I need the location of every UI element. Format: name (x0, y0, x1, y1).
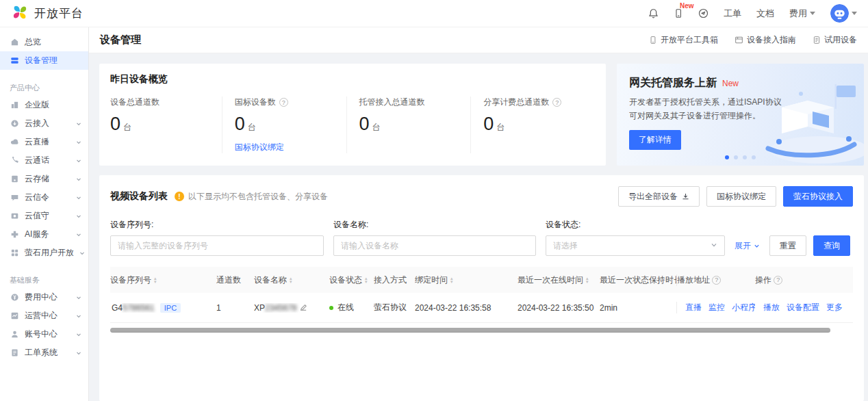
chevron-down-icon (76, 138, 81, 147)
sidebar-section-basic-services: 基础服务 (0, 272, 88, 288)
banner-title: 网关托管服务上新 (629, 76, 717, 90)
col-serial[interactable]: 设备序列号▴▾ (110, 274, 216, 286)
sort-icon[interactable]: ▴▾ (450, 276, 453, 283)
sort-icon[interactable]: ▴▾ (290, 276, 292, 283)
gb-protocol-bind-link[interactable]: 国标协议绑定 (235, 142, 284, 153)
menu-work-order[interactable]: 工单 (724, 8, 741, 20)
more-link[interactable]: 更多 (826, 302, 843, 313)
carousel-dot-1[interactable] (725, 155, 729, 159)
sidebar-item-ticket-system[interactable]: 工单系统 (0, 344, 88, 362)
help-icon[interactable]: ? (279, 98, 288, 107)
col-status[interactable]: 设备状态▴▾ (329, 274, 374, 286)
carousel-dots (617, 155, 864, 159)
chevron-down-icon (754, 243, 760, 249)
name-input[interactable] (333, 235, 536, 256)
sidebar-item-ezviz-user-open[interactable]: 萤石用户开放 (0, 244, 88, 262)
guide-book-icon (735, 36, 743, 44)
live-link[interactable]: 直播 (685, 302, 702, 313)
name-filter-label: 设备名称: (333, 219, 536, 231)
logo-pinwheel-icon (11, 3, 29, 23)
home-icon (10, 38, 19, 47)
sidebar-item-enterprise[interactable]: 企业版 (0, 96, 88, 114)
status-select[interactable]: 请选择 (546, 235, 725, 256)
overview-card: 昨日设备概览 设备总通道数 0台 国标设备数? 0台 国标协议绑定 托管接入总通 (99, 64, 606, 166)
table-header: 设备序列号▴▾ 通道数 设备名称▴▾ 设备状态▴▾ 接入方式 绑定时间▴▾ 最近… (110, 267, 853, 293)
menu-docs[interactable]: 文档 (756, 8, 774, 20)
sort-icon[interactable]: ▴▾ (586, 276, 589, 283)
sidebar-item-ai-service[interactable]: AI服务 (0, 225, 88, 244)
sidebar-item-cloud-call[interactable]: 云通话 (0, 151, 88, 170)
trial-device-link[interactable]: 试用设备 (813, 34, 857, 46)
page-title: 设备管理 (100, 34, 141, 47)
carousel-dot-4[interactable] (752, 155, 756, 159)
search-button[interactable]: 查询 (813, 235, 850, 256)
chevron-down-icon (76, 293, 81, 302)
currency-icon (10, 293, 19, 302)
sidebar-item-fee-center[interactable]: 费用中心 (0, 288, 88, 307)
play-link[interactable]: 播放 (763, 302, 780, 313)
carousel-dot-2[interactable] (734, 155, 738, 159)
promo-banner: 网关托管服务上新 New 开发者基于授权托管关系，通过ISAPI协议可对网关及其… (617, 64, 864, 166)
col-name[interactable]: 设备名称▴▾ (254, 274, 329, 286)
logo[interactable]: 开放平台 (11, 3, 84, 23)
sidebar-item-cloud-access[interactable]: 云接入 (0, 114, 88, 133)
reset-button[interactable]: 重置 (769, 235, 806, 256)
edit-name-icon[interactable] (300, 304, 307, 311)
warning-icon: ! (175, 192, 184, 201)
ezviz-protocol-access-button[interactable]: 萤石协议接入 (783, 186, 853, 207)
page-header: 设备管理 开放平台工具箱 设备接入指南 试用设备 (89, 27, 868, 53)
sidebar-item-overview[interactable]: 总览 (0, 33, 88, 51)
sidebar-item-account-center[interactable]: 账号中心 (0, 325, 88, 344)
sidebar-item-operation-center[interactable]: 运营中心 (0, 307, 88, 325)
sidebar-item-device-management[interactable]: 设备管理 (0, 51, 88, 70)
sidebar-item-cloud-live[interactable]: 云直播 (0, 133, 88, 151)
access-guide-link[interactable]: 设备接入指南 (735, 34, 796, 46)
toolbox-link[interactable]: 开放平台工具箱 (649, 34, 718, 46)
col-last-online[interactable]: 最近一次在线时间▴▾ (518, 274, 600, 286)
chevron-down-icon (711, 241, 717, 250)
chevron-down-icon (76, 156, 81, 166)
row-action-links: 播放 设备配置 更多 (755, 302, 853, 313)
user-avatar[interactable] (830, 4, 857, 23)
sort-icon[interactable]: ▴▾ (154, 276, 157, 283)
carousel-dot-3[interactable] (743, 155, 747, 159)
expand-filters-link[interactable]: 展开 (735, 240, 760, 252)
row-bind-time: 2024-03-22 16:35:58 (415, 303, 518, 313)
chevron-down-icon (76, 174, 81, 184)
sidebar-item-cloud-guard[interactable]: 云值守 (0, 207, 88, 225)
menu-fees[interactable]: 费用 (789, 8, 815, 20)
help-icon[interactable]: ? (552, 98, 561, 107)
api-explorer-icon[interactable] (698, 8, 709, 18)
banner-new-badge: New (722, 79, 739, 88)
stat-hosted-channels: 托管接入总通道数 0台 (346, 96, 471, 153)
col-actions: 操作 ? (755, 274, 853, 286)
chat-bubble-icon (10, 193, 19, 203)
sort-icon[interactable]: ▴▾ (365, 276, 368, 283)
sidebar-item-cloud-storage[interactable]: 云存储 (0, 170, 88, 188)
cloud-access-icon (10, 119, 19, 129)
help-icon[interactable]: ? (774, 276, 782, 285)
col-bind-time[interactable]: 绑定时间▴▾ (415, 274, 518, 286)
sidebar-item-cloud-signal[interactable]: 云信令 (0, 188, 88, 207)
horizontal-scrollbar[interactable] (110, 328, 830, 333)
notification-bell-icon[interactable] (648, 8, 659, 18)
device-type-badge[interactable]: IPC (160, 303, 181, 313)
export-all-devices-button[interactable]: 导出全部设备 (618, 186, 700, 207)
grid-dots-icon (10, 248, 19, 258)
chevron-down-icon (76, 330, 81, 339)
serial-input[interactable] (110, 235, 324, 256)
learn-more-button[interactable]: 了解详情 (629, 130, 681, 150)
device-config-link[interactable]: 设备配置 (787, 302, 819, 313)
help-icon[interactable]: ? (712, 276, 721, 285)
row-serial: G45786561 IPC (110, 303, 216, 313)
avatar-image (830, 4, 849, 23)
mobile-app-icon[interactable]: New (674, 8, 683, 18)
monitor-link[interactable]: 监控 (709, 302, 725, 313)
gb-protocol-bind-button[interactable]: 国标协议绑定 (706, 186, 776, 207)
col-channels: 通道数 (216, 274, 254, 286)
col-duration[interactable]: 最近一次状态保持时长▴▾ (600, 274, 676, 286)
chevron-down-icon (76, 193, 81, 203)
filter-bar: 设备序列号: 设备名称: 设备状态: 请选择 (110, 219, 853, 256)
miniprogram-link[interactable]: 小程序 (732, 302, 755, 313)
col-play-address: 播放地址 ? (676, 274, 755, 286)
